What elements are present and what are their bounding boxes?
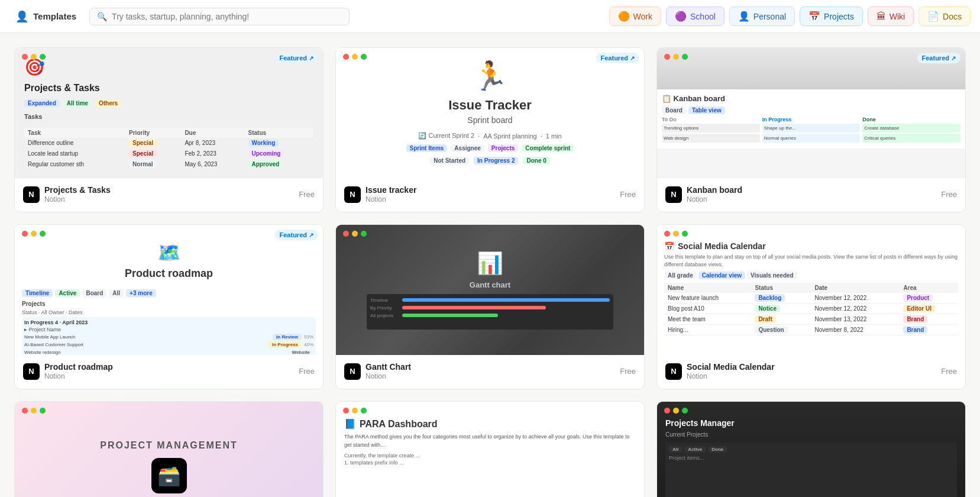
card-meta-6: N Social Media Calendar Notion Free — [665, 362, 957, 380]
card-preview-social: 📅 Social Media Calendar Use this templat… — [657, 225, 965, 355]
tl-green — [40, 54, 46, 60]
card-projects-tasks[interactable]: Featured 🎯 Projects & Tasks Expanded All… — [14, 47, 324, 212]
header: 👤 Templates 🔍 🟠 Work 🟣 School 👤 Personal… — [0, 0, 980, 33]
tag-all-time: All time — [63, 99, 92, 107]
card-project-management[interactable]: PROJECT MANAGEMENT 🗃️ N Project Manageme… — [14, 401, 324, 497]
card-kanban-board[interactable]: Featured 📋 Kanban board Board Table view… — [656, 47, 966, 212]
preview-title: Projects & Tasks — [24, 83, 313, 93]
card-author-4: Notion — [44, 372, 113, 380]
card-preview-roadmap: Featured 🗺️ Product roadmap Timeline Act… — [15, 225, 323, 355]
tl-red — [22, 54, 28, 60]
search-input[interactable] — [112, 12, 342, 21]
nav-tab-school[interactable]: 🟣 School — [666, 7, 725, 26]
tl-yellow-5 — [352, 231, 358, 237]
card-price-5: Free — [620, 367, 636, 376]
traffic-lights-8 — [343, 408, 367, 414]
card-info: Projects & Tasks Notion — [44, 185, 111, 204]
nav-tab-personal[interactable]: 👤 Personal — [729, 7, 795, 26]
social-table: NameStatusDateArea New feature launchBac… — [664, 283, 958, 335]
nav-tab-work-label: Work — [633, 12, 652, 21]
card-product-roadmap[interactable]: Featured 🗺️ Product roadmap Timeline Act… — [14, 224, 324, 389]
tl-green-8 — [361, 408, 367, 414]
para-title: PARA Dashboard — [360, 419, 438, 430]
tl-red-8 — [343, 408, 349, 414]
card-preview-pm: PROJECT MANAGEMENT 🗃️ — [15, 402, 323, 497]
notion-icon-4: N — [23, 363, 40, 380]
card-price-6: Free — [941, 367, 957, 376]
card-author-5: Notion — [366, 372, 411, 380]
card-preview-para: 📘 PARA Dashboard The PARA method gives y… — [336, 402, 644, 497]
tl-red-3 — [664, 54, 670, 60]
tag-expanded: Expanded — [24, 99, 60, 107]
featured-badge-4: Featured — [275, 230, 318, 240]
traffic-lights-7 — [22, 408, 46, 414]
not-started-tag: Not Started — [430, 157, 469, 164]
card-left-5: N Gantt Chart Notion — [344, 362, 411, 380]
tasks-table: TaskPriorityDueStatus Difference outline… — [24, 128, 313, 170]
card-left-2: N Issue tracker Notion — [344, 185, 416, 204]
projects-manager-preview-title: Projects Manager — [665, 418, 957, 428]
tl-red-7 — [22, 408, 28, 414]
card-info-4: Product roadmap Notion — [44, 362, 113, 380]
nav-tab-projects-label: Projects — [824, 12, 854, 21]
card-meta: N Projects & Tasks Notion Free — [23, 185, 315, 204]
board-tag: Board — [82, 289, 106, 297]
card-title-3: Kanban board — [687, 185, 742, 195]
featured-badge-3: Featured — [917, 53, 960, 63]
nav-tab-docs[interactable]: 📄 Docs — [918, 7, 971, 26]
card-body-issue-tracker: N Issue tracker Notion Free — [336, 178, 644, 212]
notion-icon-3: N — [665, 186, 682, 203]
nav-tab-docs-label: Docs — [943, 12, 962, 21]
work-icon: 🟠 — [618, 11, 630, 22]
nav-tabs: 🟠 Work 🟣 School 👤 Personal 📅 Projects 🏛 … — [609, 7, 971, 26]
card-info-3: Kanban board Notion — [687, 185, 742, 204]
card-title-5: Gantt Chart — [366, 362, 411, 372]
all-tag: All — [109, 289, 124, 297]
logo-icon: 👤 — [15, 10, 28, 23]
tl-yellow-3 — [673, 54, 679, 60]
card-para-dashboard[interactable]: 📘 PARA Dashboard The PARA method gives y… — [335, 401, 645, 497]
personal-icon: 👤 — [738, 11, 750, 22]
card-left-4: N Product roadmap Notion — [23, 362, 113, 380]
nav-tab-wiki[interactable]: 🏛 Wiki — [868, 7, 914, 26]
card-meta-2: N Issue tracker Notion Free — [344, 185, 636, 204]
card-preview-projects-manager: Projects Manager Current Projects All Ac… — [657, 402, 965, 497]
tl-yellow-7 — [31, 408, 37, 414]
traffic-lights-5 — [343, 231, 367, 237]
card-info-2: Issue tracker Notion — [366, 185, 416, 204]
assignee-tag: Assignee — [451, 144, 484, 152]
projects-tag: Projects — [488, 144, 518, 152]
nav-tab-projects[interactable]: 📅 Projects — [800, 7, 863, 26]
card-preview-kanban: Featured 📋 Kanban board Board Table view… — [657, 48, 965, 178]
featured-badge: Featured — [275, 53, 318, 63]
card-gantt-chart[interactable]: 📊 Gantt chart Timeline By Priority All p… — [335, 224, 645, 389]
card-info-6: Social Media Calendar Notion — [687, 362, 775, 380]
timeline-tag: Timeline — [22, 289, 53, 297]
card-projects-manager[interactable]: Projects Manager Current Projects All Ac… — [656, 401, 966, 497]
school-icon: 🟣 — [675, 11, 687, 22]
card-author: Notion — [44, 195, 111, 204]
tl-red-9 — [664, 408, 670, 414]
card-price-2: Free — [620, 190, 636, 199]
card-meta-5: N Gantt Chart Notion Free — [344, 362, 636, 380]
preview-content: 🎯 Projects & Tasks Expanded All time Oth… — [15, 48, 323, 178]
tl-yellow-6 — [673, 231, 679, 237]
tl-yellow-9 — [673, 408, 679, 414]
card-meta-3: N Kanban board Notion Free — [665, 185, 957, 204]
nav-tab-work[interactable]: 🟠 Work — [609, 7, 661, 26]
issue-tracker-title: Issue Tracker — [345, 98, 635, 113]
tl-green-9 — [682, 408, 688, 414]
tl-red-2 — [343, 54, 349, 60]
tl-yellow-2 — [352, 54, 358, 60]
traffic-lights-9 — [664, 408, 688, 414]
calendar-view-tag: Calendar view — [698, 272, 745, 279]
pm-icon: 🗃️ — [151, 458, 187, 493]
logo-button[interactable]: 👤 Templates — [9, 7, 82, 27]
card-body-social: N Social Media Calendar Notion Free — [657, 355, 965, 389]
traffic-lights-2 — [343, 54, 367, 60]
card-issue-tracker[interactable]: Featured 🏃 Issue Tracker Sprint board 🔄 … — [335, 47, 645, 212]
card-social-media[interactable]: 📅 Social Media Calendar Use this templat… — [656, 224, 966, 389]
nav-tab-wiki-label: Wiki — [890, 12, 905, 21]
tl-red-5 — [343, 231, 349, 237]
traffic-lights-6 — [664, 231, 688, 237]
